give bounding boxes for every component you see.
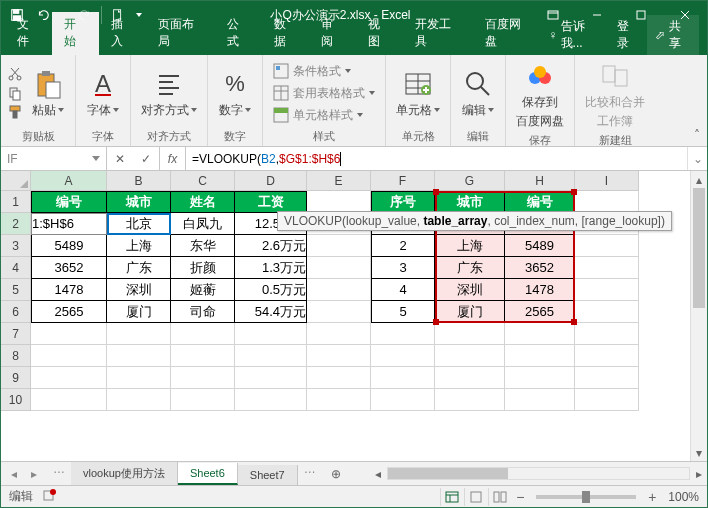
table-cell[interactable]: [235, 323, 307, 345]
table-cell[interactable]: 广东: [107, 257, 171, 279]
table-cell[interactable]: 编号: [31, 191, 107, 213]
table-cell[interactable]: [307, 389, 371, 411]
row-header[interactable]: 7: [1, 323, 31, 345]
table-cell[interactable]: 折颜: [171, 257, 235, 279]
table-cell[interactable]: 1478: [31, 279, 107, 301]
grid[interactable]: VLOOKUP(lookup_value, table_array, col_i…: [1, 171, 690, 461]
hscroll-right-icon[interactable]: ▸: [690, 465, 707, 482]
cut-icon[interactable]: [7, 66, 23, 82]
table-cell[interactable]: [171, 345, 235, 367]
tab-layout[interactable]: 页面布局: [146, 12, 216, 55]
col-C[interactable]: C: [171, 171, 235, 191]
table-cell[interactable]: [31, 367, 107, 389]
col-F[interactable]: F: [371, 171, 435, 191]
table-cell[interactable]: [505, 389, 575, 411]
tab-dev[interactable]: 开发工具: [403, 12, 473, 55]
row-header[interactable]: 2: [1, 213, 31, 235]
table-cell[interactable]: [371, 323, 435, 345]
table-cell[interactable]: [171, 323, 235, 345]
col-H[interactable]: H: [505, 171, 575, 191]
name-box[interactable]: IF: [1, 147, 107, 170]
view-page-break-icon[interactable]: [488, 488, 510, 506]
table-cell[interactable]: [435, 345, 505, 367]
sheet-tab-vlookup[interactable]: vlookup使用方法: [71, 462, 178, 485]
table-cell[interactable]: [307, 323, 371, 345]
table-cell[interactable]: [371, 345, 435, 367]
table-cell[interactable]: 工资: [235, 191, 307, 213]
table-cell[interactable]: [31, 345, 107, 367]
compare-button[interactable]: 比较和合并工作簿: [581, 58, 649, 132]
tell-me[interactable]: ♀告诉我...: [543, 15, 609, 55]
table-cell[interactable]: 1.3万元: [235, 257, 307, 279]
table-cell[interactable]: 编号: [505, 191, 575, 213]
tab-nav-prev-icon[interactable]: ◂: [7, 467, 21, 481]
zoom-slider[interactable]: [536, 495, 636, 499]
row-header[interactable]: 3: [1, 235, 31, 257]
table-cell[interactable]: 5: [371, 301, 435, 323]
zoom-out-icon[interactable]: −: [512, 489, 528, 505]
scroll-thumb[interactable]: [693, 188, 705, 308]
table-cell[interactable]: [371, 367, 435, 389]
row-header[interactable]: 9: [1, 367, 31, 389]
table-cell[interactable]: [575, 279, 639, 301]
tab-review[interactable]: 审阅: [309, 12, 356, 55]
col-I[interactable]: I: [575, 171, 639, 191]
sheet-tab-sheet6[interactable]: Sheet6: [178, 463, 238, 485]
enter-formula-icon[interactable]: ✓: [133, 152, 159, 166]
table-cell[interactable]: [171, 389, 235, 411]
table-cell[interactable]: [575, 257, 639, 279]
table-cell[interactable]: [435, 389, 505, 411]
table-cell[interactable]: [235, 367, 307, 389]
conditional-format-button[interactable]: 条件格式: [269, 61, 379, 82]
table-cell[interactable]: 3652: [505, 257, 575, 279]
table-cell[interactable]: 厦门: [107, 301, 171, 323]
table-cell[interactable]: [575, 345, 639, 367]
table-cell[interactable]: [575, 389, 639, 411]
table-cell[interactable]: [31, 323, 107, 345]
tab-insert[interactable]: 插入: [99, 12, 146, 55]
table-cell[interactable]: 深圳: [435, 279, 505, 301]
table-cell[interactable]: 2: [371, 235, 435, 257]
table-cell[interactable]: 上海: [435, 235, 505, 257]
table-cell[interactable]: [31, 389, 107, 411]
cells-button[interactable]: 单元格: [392, 66, 444, 121]
table-cell[interactable]: [307, 279, 371, 301]
redo-icon[interactable]: [73, 3, 97, 27]
formula-bar[interactable]: =VLOOKUP(B2,$G$1:$H$6: [186, 147, 687, 170]
row-header[interactable]: 10: [1, 389, 31, 411]
row-header[interactable]: 1: [1, 191, 31, 213]
row-header[interactable]: 4: [1, 257, 31, 279]
table-cell[interactable]: [107, 345, 171, 367]
tab-baidu[interactable]: 百度网盘: [473, 12, 543, 55]
tab-view[interactable]: 视图: [356, 12, 403, 55]
tab-data[interactable]: 数据: [262, 12, 309, 55]
ribbon-collapse-icon[interactable]: ˄: [687, 55, 707, 146]
table-cell[interactable]: [575, 191, 639, 213]
table-cell[interactable]: [307, 367, 371, 389]
table-cell[interactable]: [435, 323, 505, 345]
fx-icon[interactable]: fx: [160, 147, 186, 170]
table-cell[interactable]: [505, 323, 575, 345]
number-button[interactable]: % 数字: [214, 66, 256, 121]
format-painter-icon[interactable]: [7, 104, 23, 120]
table-cell[interactable]: [505, 367, 575, 389]
zoom-level[interactable]: 100%: [668, 490, 699, 504]
table-cell[interactable]: 序号: [371, 191, 435, 213]
table-cell[interactable]: 54.4万元: [235, 301, 307, 323]
table-cell[interactable]: 2565: [31, 301, 107, 323]
scroll-up-icon[interactable]: ▴: [691, 171, 707, 188]
table-cell[interactable]: [371, 389, 435, 411]
row-header[interactable]: 8: [1, 345, 31, 367]
add-sheet-icon[interactable]: ⊕: [322, 462, 350, 485]
table-cell[interactable]: [235, 389, 307, 411]
table-cell[interactable]: [575, 235, 639, 257]
table-cell[interactable]: 深圳: [107, 279, 171, 301]
table-cell[interactable]: 姬蘅: [171, 279, 235, 301]
table-cell[interactable]: 广东: [435, 257, 505, 279]
table-format-button[interactable]: 套用表格格式: [269, 83, 379, 104]
copy-icon[interactable]: [7, 85, 23, 101]
table-cell[interactable]: 厦门: [435, 301, 505, 323]
table-cell[interactable]: 城市: [435, 191, 505, 213]
vertical-scrollbar[interactable]: ▴ ▾: [690, 171, 707, 461]
table-cell[interactable]: [435, 367, 505, 389]
